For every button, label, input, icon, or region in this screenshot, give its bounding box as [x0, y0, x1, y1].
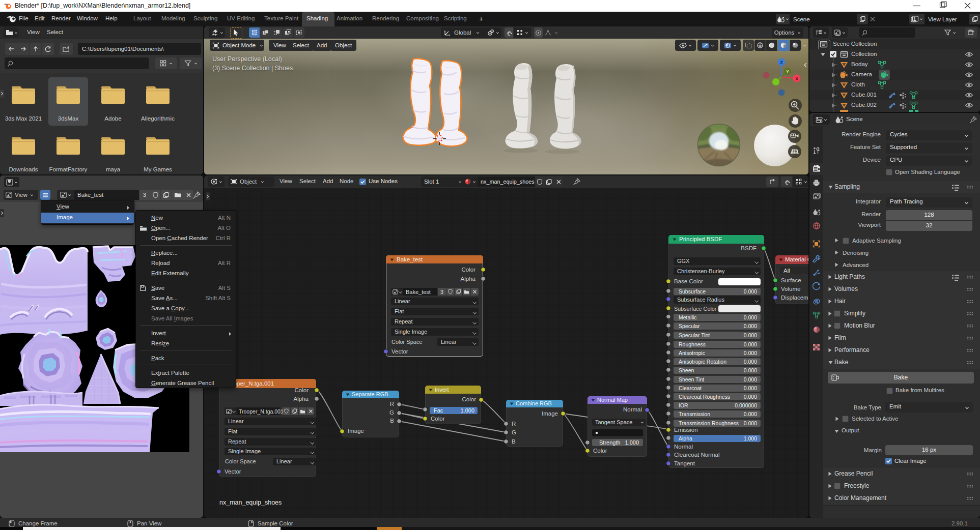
svg-text:Y: Y	[786, 69, 789, 74]
svg-text:X: X	[795, 76, 798, 81]
svg-text:Z: Z	[780, 60, 783, 65]
